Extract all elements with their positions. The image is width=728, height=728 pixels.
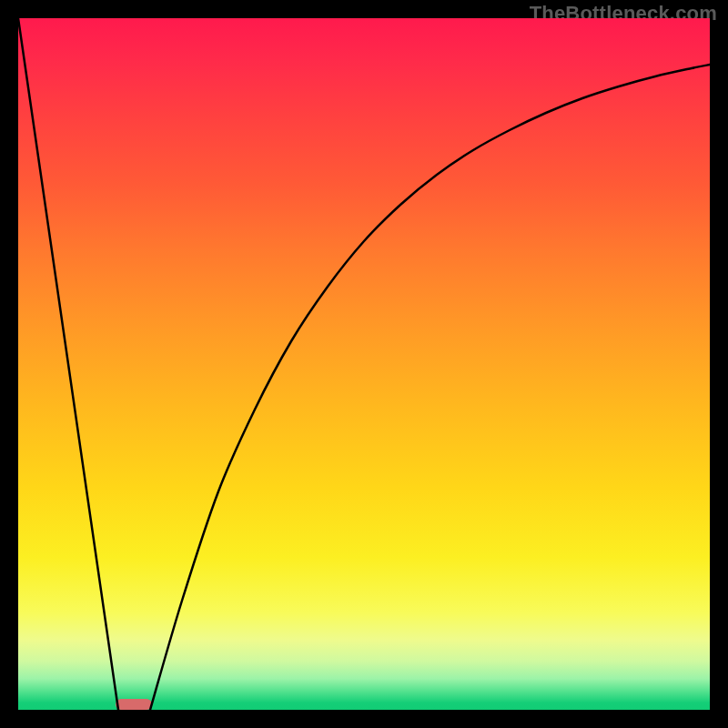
plot-area bbox=[18, 18, 710, 710]
curve-layer bbox=[18, 18, 710, 710]
left-v-line bbox=[18, 18, 118, 710]
right-curve bbox=[150, 65, 710, 710]
chart-frame: TheBottleneck.com bbox=[0, 0, 728, 728]
